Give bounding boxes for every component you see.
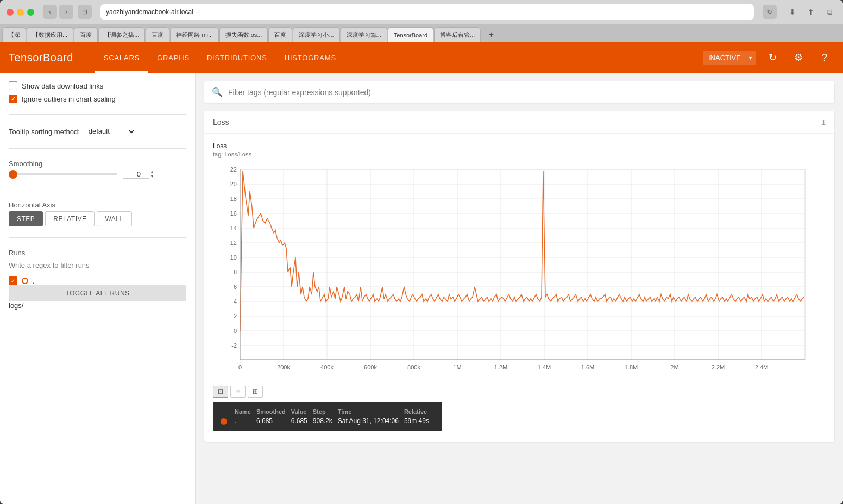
download-icon[interactable]: ⬇: [785, 5, 800, 19]
tensorboard-container: TensorBoard SCALARS GRAPHS DISTRIBUTIONS…: [0, 42, 843, 504]
runs-filter-input[interactable]: [9, 259, 186, 272]
back-button[interactable]: ‹: [43, 5, 57, 19]
tooltip-header-name: [221, 407, 235, 416]
svg-text:1.2M: 1.2M: [494, 364, 507, 370]
tooltip-table: Name Smoothed Value Step Time Relative: [221, 407, 435, 426]
svg-text:2.4M: 2.4M: [755, 364, 768, 370]
svg-text:400k: 400k: [320, 364, 334, 370]
help-icon-button[interactable]: ?: [815, 48, 834, 67]
show-download-label: Show data download links: [22, 82, 103, 90]
smoothing-title: Smoothing: [9, 160, 186, 168]
tab-shen[interactable]: 【深: [2, 27, 26, 42]
nav-items: SCALARS GRAPHS DISTRIBUTIONS HISTOGRAMS: [95, 42, 345, 73]
svg-text:-2: -2: [231, 342, 237, 349]
tooltip-row: . 6.685 6.685 908.2k Sat Aug 31, 12:04:0…: [221, 416, 435, 426]
tooltip-col-step: Step: [313, 407, 338, 416]
nav-histograms[interactable]: HISTOGRAMS: [276, 42, 345, 73]
axis-relative-button[interactable]: RELATIVE: [45, 211, 95, 226]
smoothing-input[interactable]: [123, 170, 149, 179]
fit-chart-button[interactable]: ⊡: [213, 386, 228, 398]
search-bar: 🔍: [204, 81, 834, 103]
svg-text:1.8M: 1.8M: [625, 364, 638, 370]
maximize-button[interactable]: [27, 9, 34, 16]
expand-chart-button[interactable]: ⊞: [248, 386, 263, 398]
top-navbar: TensorBoard SCALARS GRAPHS DISTRIBUTIONS…: [0, 42, 843, 73]
divider-2: [9, 148, 186, 149]
svg-text:0: 0: [238, 364, 242, 370]
data-tooltip: Name Smoothed Value Step Time Relative: [213, 402, 442, 431]
tooltip-col-value: Value: [291, 407, 313, 416]
nav-graphs[interactable]: GRAPHS: [148, 42, 198, 73]
show-download-checkbox[interactable]: [9, 81, 17, 90]
svg-text:14: 14: [230, 225, 237, 231]
smoothing-slider[interactable]: [9, 173, 117, 175]
nav-scalars[interactable]: SCALARS: [95, 42, 148, 73]
runs-section: Runs ✓ . TOGGLE ALL RUNS logs/: [9, 249, 186, 310]
search-input[interactable]: [228, 88, 827, 97]
close-button[interactable]: [7, 9, 14, 16]
runs-list: ✓ .: [9, 276, 186, 285]
tab-deeppian[interactable]: 深度学习篇...: [341, 27, 387, 42]
browser-window: ‹ › ⊡ yaozhiyandemacbook-air.local ↻ ⬇ ⬆…: [0, 0, 843, 504]
tab-loss[interactable]: 损失函数los...: [219, 27, 268, 42]
divider-1: [9, 114, 186, 115]
svg-text:2M: 2M: [670, 364, 678, 370]
chart-title: Loss: [213, 118, 229, 127]
share-icon[interactable]: ⬆: [804, 5, 818, 19]
address-bar[interactable]: yaozhiyandemacbook-air.local: [100, 4, 754, 20]
chart-body: Loss tag: Loss/Loss: [204, 134, 834, 442]
axis-step-button[interactable]: STEP: [9, 211, 43, 226]
tab-tiaocan[interactable]: 【调参之搞...: [98, 27, 145, 42]
refresh-button[interactable]: ↻: [763, 5, 777, 19]
tab-baidu1[interactable]: 百度: [74, 27, 98, 42]
tooltip-col-relative: Relative: [404, 407, 435, 416]
stepper-buttons: ▲ ▼: [150, 170, 154, 179]
tab-neural[interactable]: 神经网络 mi...: [170, 27, 219, 42]
ignore-outliers-row[interactable]: ✓ Ignore outliers in chart scaling: [9, 94, 186, 103]
run-item: ✓ .: [9, 276, 186, 285]
run-checkbox[interactable]: ✓: [9, 276, 17, 285]
stepper-down[interactable]: ▼: [150, 174, 154, 179]
tooltip-col-smoothed: Smoothed: [256, 407, 291, 416]
minimize-button[interactable]: [17, 9, 24, 16]
runs-title: Runs: [9, 249, 186, 257]
main-area: Show data download links ✓ Ignore outlie…: [0, 73, 843, 504]
tooltip-sort-select[interactable]: default descending ascending nearest: [84, 125, 136, 137]
tab-tensorboard[interactable]: TensorBoard: [388, 27, 433, 42]
tab-deepsmall[interactable]: 深度学习小...: [293, 27, 339, 42]
tooltip-relative-value: 59m 49s: [404, 416, 435, 426]
loss-chart-svg[interactable]: 22 20 18 16 14 12 10 8 6 4 2: [213, 164, 810, 381]
divider-4: [9, 237, 186, 238]
toggle-all-button[interactable]: TOGGLE ALL RUNS: [9, 285, 186, 301]
show-download-row[interactable]: Show data download links: [9, 81, 186, 90]
tab-blog[interactable]: 博客后台管...: [434, 27, 481, 42]
nav-right: INACTIVE ACTIVE ▾ ↻ ⚙ ?: [703, 48, 834, 67]
tooltip-value-value: 6.685: [291, 416, 313, 426]
status-select[interactable]: INACTIVE ACTIVE: [703, 51, 756, 65]
tab-data[interactable]: 【数据应用...: [27, 27, 73, 42]
svg-text:4: 4: [234, 298, 237, 305]
ignore-outliers-checkbox[interactable]: ✓: [9, 94, 17, 103]
horizontal-axis-title: Horizontal Axis: [9, 201, 186, 209]
chart-svg-wrapper: 22 20 18 16 14 12 10 8 6 4 2: [213, 164, 826, 381]
app-logo: TensorBoard: [9, 52, 73, 64]
run-dot-name: .: [33, 277, 35, 285]
axis-wall-button[interactable]: WALL: [97, 211, 131, 226]
list-chart-button[interactable]: ≡: [230, 386, 246, 398]
refresh-icon-button[interactable]: ↻: [763, 48, 782, 67]
svg-text:18: 18: [230, 196, 237, 202]
traffic-lights: [7, 9, 34, 16]
tab-baidu2[interactable]: 百度: [146, 27, 169, 42]
chart-card: Loss 1 Loss tag: Loss/Loss: [204, 111, 834, 442]
sidebar-toggle-button[interactable]: ⊡: [78, 5, 92, 19]
smoothing-value: ▲ ▼: [123, 170, 154, 179]
tab-baidu3[interactable]: 百度: [268, 27, 292, 42]
tab-add-button[interactable]: +: [483, 27, 499, 42]
settings-icon-button[interactable]: ⚙: [789, 48, 808, 67]
nav-distributions[interactable]: DISTRIBUTIONS: [198, 42, 276, 73]
tooltip-dot: [221, 418, 227, 425]
chart-toolbar: ⊡ ≡ ⊞: [213, 386, 826, 398]
chart-tag-title: Loss: [213, 142, 826, 150]
fullscreen-icon[interactable]: ⧉: [822, 5, 836, 19]
forward-button[interactable]: ›: [59, 5, 73, 19]
